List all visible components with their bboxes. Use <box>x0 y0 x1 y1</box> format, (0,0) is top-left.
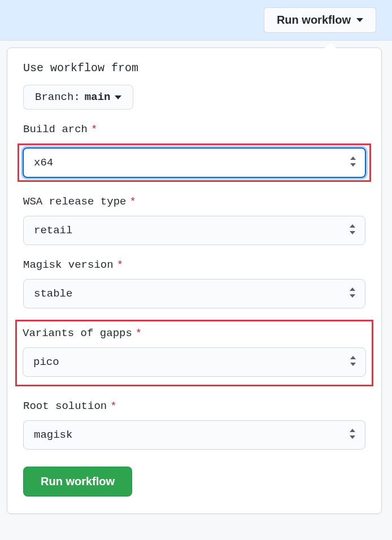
required-asterisk-icon: * <box>91 123 97 136</box>
highlight-build-arch: x64 <box>18 143 371 182</box>
wsa-release-label: WSA release type* <box>23 195 365 208</box>
gapps-variants-select-wrapper: pico <box>23 347 366 377</box>
use-workflow-from-label: Use workflow from <box>23 62 365 75</box>
run-workflow-submit-button[interactable]: Run workflow <box>23 467 132 497</box>
caret-down-icon <box>115 95 121 99</box>
required-asterisk-icon: * <box>110 400 116 412</box>
build-arch-label: Build arch* <box>23 123 365 136</box>
required-asterisk-icon: * <box>136 327 142 339</box>
highlight-gapps: Variants of gapps* pico <box>15 320 373 386</box>
magisk-version-label: Magisk version* <box>23 259 365 271</box>
run-workflow-dropdown-button[interactable]: Run workflow <box>264 7 376 33</box>
gapps-variants-select[interactable]: pico <box>23 347 366 377</box>
branch-name: main <box>85 91 111 103</box>
top-bar: Run workflow <box>0 0 392 41</box>
wsa-release-select[interactable]: retail <box>23 216 365 245</box>
root-solution-select[interactable]: magisk <box>23 420 365 450</box>
gapps-variants-label: Variants of gapps* <box>23 327 366 339</box>
required-asterisk-icon: * <box>129 195 136 208</box>
root-solution-label: Root solution* <box>23 400 365 412</box>
branch-prefix-label: Branch: <box>35 91 80 103</box>
required-asterisk-icon: * <box>117 259 123 271</box>
magisk-version-select-wrapper: stable <box>23 279 365 308</box>
caret-down-icon <box>356 18 363 22</box>
root-solution-select-wrapper: magisk <box>23 420 365 450</box>
magisk-version-select[interactable]: stable <box>23 279 365 308</box>
wsa-release-select-wrapper: retail <box>23 216 365 245</box>
workflow-panel: Use workflow from Branch: main Build arc… <box>7 47 382 514</box>
build-arch-select[interactable]: x64 <box>23 147 366 178</box>
branch-selector[interactable]: Branch: main <box>23 85 133 110</box>
run-workflow-dropdown-label: Run workflow <box>277 14 351 27</box>
build-arch-select-wrapper: x64 <box>23 147 366 178</box>
